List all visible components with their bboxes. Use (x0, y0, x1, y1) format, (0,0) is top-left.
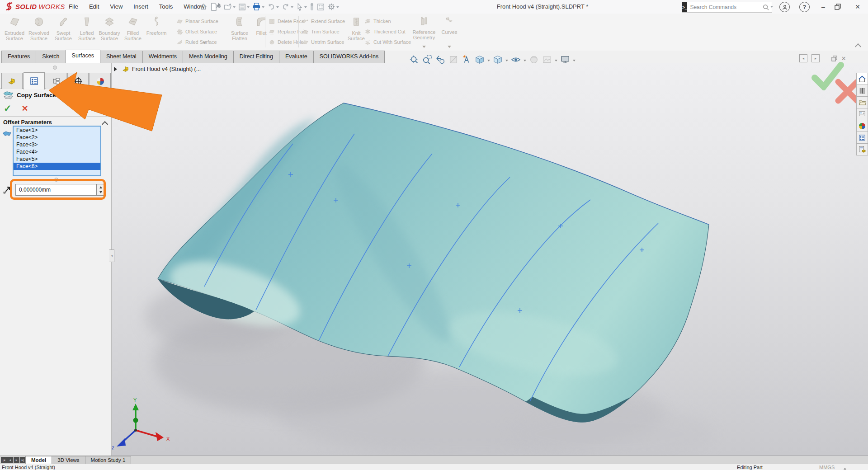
undo-button[interactable] (266, 1, 280, 13)
apply-scene-icon[interactable] (541, 54, 553, 66)
search-input[interactable] (687, 4, 763, 10)
ribbon-trim-surface[interactable]: Trim Surface (302, 28, 340, 36)
prev-tab-button[interactable]: ◂ (7, 457, 13, 463)
edit-appearance-icon[interactable] (528, 54, 540, 66)
minimize-button[interactable]: – (817, 0, 829, 14)
ribbon-planar-surface[interactable]: Planar Surface (176, 17, 218, 25)
pm-ok-button[interactable]: ✓ (4, 103, 12, 114)
apply-scene-caret[interactable] (555, 60, 557, 63)
search-icon[interactable] (763, 4, 769, 11)
menu-tools[interactable]: Tools (154, 0, 178, 14)
menu-insert[interactable]: Insert (128, 0, 154, 14)
section-view-icon[interactable] (448, 54, 459, 66)
display-style-caret[interactable] (505, 60, 508, 63)
display-style-icon[interactable] (492, 54, 504, 66)
tab-solidworks-addins[interactable]: SOLIDWORKS Add-Ins (313, 51, 385, 63)
zoom-to-fit-icon[interactable] (408, 54, 420, 66)
status-units[interactable]: MMGS (819, 465, 835, 470)
model-3d-surface[interactable]: Y X Z (112, 63, 868, 456)
ribbon-swept-surface[interactable]: Swept Surface (52, 16, 75, 41)
taskpane-custom-properties-button[interactable] (856, 132, 868, 144)
save-button[interactable] (237, 1, 251, 13)
ribbon-boundary-surface[interactable]: Boundary Surface (98, 16, 121, 41)
face-list-item[interactable]: Face<5> (14, 155, 100, 163)
home-button[interactable] (198, 1, 209, 13)
search-options-caret[interactable] (770, 6, 773, 9)
ribbon-fillet[interactable]: Fillet (253, 16, 269, 36)
taskpane-appearances-button[interactable] (856, 120, 868, 132)
hide-show-items-caret[interactable] (524, 60, 526, 63)
taskpane-forum-button[interactable] (856, 143, 868, 155)
ribbon-extruded-surface[interactable]: Extruded Surface (3, 16, 26, 41)
ribbon-revolved-surface[interactable]: Revolved Surface (27, 16, 51, 41)
ribbon-curves[interactable]: Curves (439, 16, 459, 35)
ribbon-surface-flatten[interactable]: Surface Flatten (227, 16, 252, 41)
zoom-to-area-icon[interactable] (421, 54, 433, 66)
ribbon-ruled-more-caret[interactable] (203, 42, 206, 46)
tab-motion-study-1[interactable]: Motion Study 1 (85, 456, 132, 464)
taskpane-resources-button[interactable] (856, 85, 868, 97)
ribbon-extend-surface[interactable]: Extend Surface (302, 17, 345, 25)
select-tool-button[interactable] (295, 1, 308, 13)
new-document-button[interactable] (209, 1, 222, 13)
tab-3d-views[interactable]: 3D Views (52, 456, 85, 464)
ribbon-thickened-cut[interactable]: Thickened Cut (364, 28, 406, 36)
tab-sheet-metal[interactable]: Sheet Metal (100, 51, 143, 63)
help-button[interactable]: ? (799, 2, 810, 12)
taskpane-design-library-button[interactable] (856, 96, 868, 108)
view-settings-icon[interactable] (559, 54, 571, 66)
ribbon-cut-with-surface[interactable]: Cut With Surface (364, 38, 411, 46)
hide-show-items-icon[interactable] (510, 54, 522, 66)
ribbon-thicken[interactable]: Thicken (364, 17, 391, 25)
menu-view[interactable]: View (104, 0, 128, 14)
view-orientation-icon[interactable] (474, 54, 486, 66)
tab-model[interactable]: Model (25, 456, 52, 464)
close-button[interactable]: ✕ (852, 0, 863, 14)
properties-button[interactable] (316, 1, 326, 13)
search-scope-icon[interactable]: >_ (682, 2, 687, 12)
face-list-item[interactable]: Face<4> (14, 148, 100, 155)
tab-direct-editing[interactable]: Direct Editing (233, 51, 279, 63)
tab-surfaces[interactable]: Surfaces (66, 50, 100, 63)
annotation-visibility-icon[interactable] (461, 54, 472, 66)
face-list-item[interactable]: Face<3> (14, 141, 100, 148)
options-gear-button[interactable] (326, 1, 340, 13)
ribbon-collapse-chevron[interactable] (855, 43, 861, 50)
view-orientation-caret[interactable] (487, 60, 490, 63)
ribbon-untrim-surface[interactable]: Untrim Surface (302, 38, 344, 46)
restore-button[interactable] (835, 4, 841, 12)
previous-view-icon[interactable] (434, 54, 446, 66)
ribbon-ruled-surface[interactable]: Ruled Surface (176, 38, 217, 46)
ribbon-filled-surface[interactable]: Filled Surface (121, 16, 145, 41)
featuremanager-tab[interactable] (1, 73, 23, 89)
ribbon-reference-geometry[interactable]: Reference Geometry (410, 16, 438, 40)
print-button[interactable] (251, 1, 266, 13)
search-commands-box[interactable]: >_ (682, 2, 772, 13)
previous-pane-button[interactable]: ◂ (799, 54, 807, 62)
first-tab-button[interactable]: |◂ (1, 457, 7, 463)
ribbon-offset-surface[interactable]: Offset Surface (176, 28, 217, 36)
open-document-button[interactable] (222, 1, 237, 13)
tab-features[interactable]: Features (1, 51, 36, 63)
reference-geometry-caret[interactable] (422, 46, 426, 50)
menu-file[interactable]: File (63, 0, 84, 14)
ribbon-freeform[interactable]: Freeform (145, 16, 168, 36)
menu-edit[interactable]: Edit (84, 0, 104, 14)
panel-collapse-handle[interactable]: ◂ (109, 249, 114, 262)
tab-weldments[interactable]: Weldments (142, 51, 183, 63)
tab-sketch[interactable]: Sketch (36, 51, 66, 63)
curves-caret[interactable] (448, 46, 451, 50)
units-caret[interactable] (844, 466, 846, 470)
ribbon-delete-face[interactable]: Delete Face (269, 17, 304, 25)
magnet-mate-button[interactable] (308, 1, 316, 13)
pm-cancel-button[interactable]: ✕ (22, 103, 28, 113)
tab-evaluate[interactable]: Evaluate (279, 51, 314, 63)
redo-button[interactable] (280, 1, 295, 13)
next-tab-button[interactable]: ▸ (14, 457, 19, 463)
tab-mesh-modeling[interactable]: Mesh Modeling (183, 51, 234, 63)
view-settings-caret[interactable] (573, 60, 576, 63)
face-list-item-selected[interactable]: Face<6> (14, 163, 100, 170)
account-button[interactable] (779, 2, 790, 12)
taskpane-view-palette-button[interactable] (856, 108, 868, 120)
ribbon-lofted-surface[interactable]: Lofted Surface (75, 16, 99, 41)
